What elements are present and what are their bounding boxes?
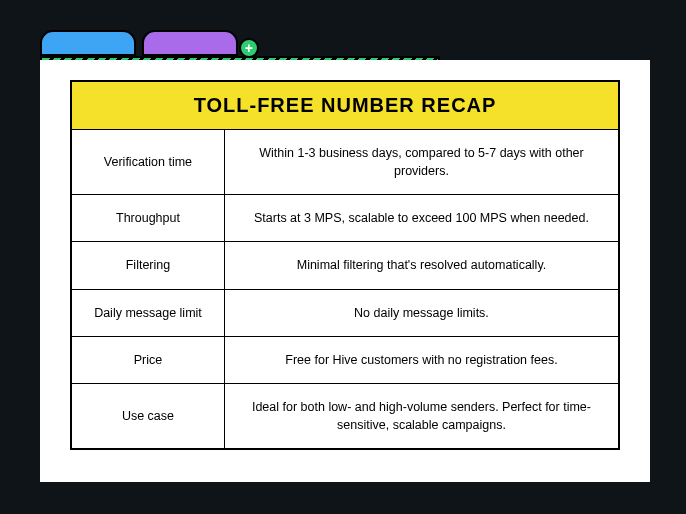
row-label: Use case bbox=[71, 383, 224, 449]
table-row: Use case Ideal for both low- and high-vo… bbox=[71, 383, 619, 449]
row-value: Within 1-3 business days, compared to 5-… bbox=[224, 130, 619, 195]
row-label: Price bbox=[71, 336, 224, 383]
table-row: Filtering Minimal filtering that's resol… bbox=[71, 242, 619, 289]
content-card: TOLL-FREE NUMBER RECAP Verification time… bbox=[40, 60, 650, 482]
add-tab-button[interactable]: + bbox=[239, 38, 259, 58]
table-body: Verification time Within 1-3 business da… bbox=[71, 130, 619, 450]
row-label: Throughput bbox=[71, 195, 224, 242]
row-value: Minimal filtering that's resolved automa… bbox=[224, 242, 619, 289]
row-value: Starts at 3 MPS, scalable to exceed 100 … bbox=[224, 195, 619, 242]
row-value: No daily message limits. bbox=[224, 289, 619, 336]
row-value: Ideal for both low- and high-volume send… bbox=[224, 383, 619, 449]
table-title: TOLL-FREE NUMBER RECAP bbox=[71, 81, 619, 130]
table-row: Verification time Within 1-3 business da… bbox=[71, 130, 619, 195]
browser-tabs: + bbox=[40, 30, 259, 58]
table-row: Daily message limit No daily message lim… bbox=[71, 289, 619, 336]
table-row: Price Free for Hive customers with no re… bbox=[71, 336, 619, 383]
row-label: Verification time bbox=[71, 130, 224, 195]
tab-blue[interactable] bbox=[40, 30, 136, 56]
row-label: Filtering bbox=[71, 242, 224, 289]
recap-table: TOLL-FREE NUMBER RECAP Verification time… bbox=[70, 80, 620, 450]
table-row: Throughput Starts at 3 MPS, scalable to … bbox=[71, 195, 619, 242]
row-value: Free for Hive customers with no registra… bbox=[224, 336, 619, 383]
tab-purple[interactable] bbox=[142, 30, 238, 56]
row-label: Daily message limit bbox=[71, 289, 224, 336]
